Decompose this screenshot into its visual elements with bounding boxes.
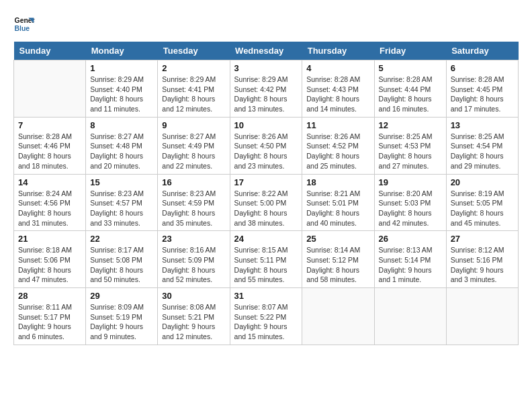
day-number: 24: [234, 234, 298, 244]
day-number: 20: [451, 177, 514, 187]
day-number: 14: [18, 177, 81, 187]
calendar-cell: 13Sunrise: 8:25 AM Sunset: 4:54 PM Dayli…: [446, 117, 518, 174]
day-number: 27: [451, 234, 514, 244]
day-number: 17: [234, 177, 298, 187]
calendar-cell: 20Sunrise: 8:19 AM Sunset: 5:05 PM Dayli…: [446, 174, 518, 231]
calendar-week-row: 21Sunrise: 8:18 AM Sunset: 5:06 PM Dayli…: [14, 231, 519, 288]
day-info: Sunrise: 8:26 AM Sunset: 4:50 PM Dayligh…: [234, 132, 298, 171]
day-info: Sunrise: 8:12 AM Sunset: 5:16 PM Dayligh…: [451, 245, 514, 285]
day-info: Sunrise: 8:19 AM Sunset: 5:05 PM Dayligh…: [451, 189, 514, 228]
calendar-header-thursday: Thursday: [302, 42, 374, 60]
calendar-week-row: 1Sunrise: 8:29 AM Sunset: 4:40 PM Daylig…: [14, 60, 519, 118]
calendar-cell: 17Sunrise: 8:22 AM Sunset: 5:00 PM Dayli…: [230, 174, 302, 231]
day-info: Sunrise: 8:23 AM Sunset: 4:57 PM Dayligh…: [90, 189, 153, 228]
day-info: Sunrise: 8:21 AM Sunset: 5:01 PM Dayligh…: [306, 189, 369, 228]
calendar-cell: 16Sunrise: 8:23 AM Sunset: 4:59 PM Dayli…: [158, 174, 230, 231]
calendar-cell: [14, 60, 86, 118]
calendar-cell: 19Sunrise: 8:20 AM Sunset: 5:03 PM Dayli…: [374, 174, 446, 231]
day-info: Sunrise: 8:15 AM Sunset: 5:11 PM Dayligh…: [234, 245, 298, 285]
calendar-cell: 21Sunrise: 8:18 AM Sunset: 5:06 PM Dayli…: [14, 231, 86, 288]
day-info: Sunrise: 8:09 AM Sunset: 5:19 PM Dayligh…: [90, 302, 153, 342]
calendar-cell: [446, 288, 518, 345]
calendar-cell: 12Sunrise: 8:25 AM Sunset: 4:53 PM Dayli…: [374, 117, 446, 174]
day-info: Sunrise: 8:29 AM Sunset: 4:40 PM Dayligh…: [90, 75, 153, 114]
day-info: Sunrise: 8:29 AM Sunset: 4:41 PM Dayligh…: [162, 75, 225, 114]
day-number: 22: [90, 234, 153, 244]
calendar-cell: 23Sunrise: 8:16 AM Sunset: 5:09 PM Dayli…: [158, 231, 230, 288]
day-info: Sunrise: 8:17 AM Sunset: 5:08 PM Dayligh…: [90, 245, 153, 285]
calendar-cell: 25Sunrise: 8:14 AM Sunset: 5:12 PM Dayli…: [302, 231, 374, 288]
calendar-header-wednesday: Wednesday: [230, 42, 302, 60]
calendar-cell: 4Sunrise: 8:28 AM Sunset: 4:43 PM Daylig…: [302, 60, 374, 118]
day-number: 18: [306, 177, 369, 187]
day-number: 8: [90, 120, 153, 130]
calendar-cell: 2Sunrise: 8:29 AM Sunset: 4:41 PM Daylig…: [158, 60, 230, 118]
day-info: Sunrise: 8:27 AM Sunset: 4:49 PM Dayligh…: [162, 132, 225, 171]
day-info: Sunrise: 8:13 AM Sunset: 5:14 PM Dayligh…: [379, 245, 442, 285]
day-number: 4: [306, 63, 369, 73]
day-info: Sunrise: 8:25 AM Sunset: 4:53 PM Dayligh…: [379, 132, 442, 171]
day-info: Sunrise: 8:23 AM Sunset: 4:59 PM Dayligh…: [162, 189, 225, 228]
day-number: 2: [162, 63, 225, 73]
day-info: Sunrise: 8:25 AM Sunset: 4:54 PM Dayligh…: [451, 132, 514, 171]
day-info: Sunrise: 8:28 AM Sunset: 4:45 PM Dayligh…: [451, 75, 514, 114]
day-number: 10: [234, 120, 298, 130]
day-number: 31: [234, 291, 298, 301]
calendar-cell: 6Sunrise: 8:28 AM Sunset: 4:45 PM Daylig…: [446, 60, 518, 118]
calendar-header-monday: Monday: [86, 42, 158, 60]
day-info: Sunrise: 8:11 AM Sunset: 5:17 PM Dayligh…: [18, 302, 81, 342]
calendar-cell: 15Sunrise: 8:23 AM Sunset: 4:57 PM Dayli…: [86, 174, 158, 231]
day-info: Sunrise: 8:27 AM Sunset: 4:48 PM Dayligh…: [90, 132, 153, 171]
day-number: 15: [90, 177, 153, 187]
day-info: Sunrise: 8:28 AM Sunset: 4:46 PM Dayligh…: [18, 132, 81, 171]
calendar-cell: 5Sunrise: 8:28 AM Sunset: 4:44 PM Daylig…: [374, 60, 446, 118]
day-info: Sunrise: 8:18 AM Sunset: 5:06 PM Dayligh…: [18, 245, 81, 285]
calendar-header-tuesday: Tuesday: [158, 42, 230, 60]
calendar-cell: 29Sunrise: 8:09 AM Sunset: 5:19 PM Dayli…: [86, 288, 158, 345]
calendar-cell: 26Sunrise: 8:13 AM Sunset: 5:14 PM Dayli…: [374, 231, 446, 288]
day-info: Sunrise: 8:28 AM Sunset: 4:44 PM Dayligh…: [379, 75, 442, 114]
calendar-header-sunday: Sunday: [14, 42, 86, 60]
header: General Blue: [13, 13, 519, 35]
day-number: 28: [18, 291, 81, 301]
calendar-cell: 22Sunrise: 8:17 AM Sunset: 5:08 PM Dayli…: [86, 231, 158, 288]
calendar-cell: 31Sunrise: 8:07 AM Sunset: 5:22 PM Dayli…: [230, 288, 302, 345]
day-info: Sunrise: 8:29 AM Sunset: 4:42 PM Dayligh…: [234, 75, 298, 114]
calendar-cell: 24Sunrise: 8:15 AM Sunset: 5:11 PM Dayli…: [230, 231, 302, 288]
calendar-cell: [374, 288, 446, 345]
calendar-cell: 18Sunrise: 8:21 AM Sunset: 5:01 PM Dayli…: [302, 174, 374, 231]
day-number: 6: [451, 63, 514, 73]
calendar-header-friday: Friday: [374, 42, 446, 60]
calendar-cell: 7Sunrise: 8:28 AM Sunset: 4:46 PM Daylig…: [14, 117, 86, 174]
calendar-cell: 11Sunrise: 8:26 AM Sunset: 4:52 PM Dayli…: [302, 117, 374, 174]
calendar-cell: 30Sunrise: 8:08 AM Sunset: 5:21 PM Dayli…: [158, 288, 230, 345]
calendar-week-row: 28Sunrise: 8:11 AM Sunset: 5:17 PM Dayli…: [14, 288, 519, 345]
day-number: 30: [162, 291, 225, 301]
day-number: 26: [379, 234, 442, 244]
day-number: 23: [162, 234, 225, 244]
day-number: 19: [379, 177, 442, 187]
day-number: 16: [162, 177, 225, 187]
calendar-week-row: 7Sunrise: 8:28 AM Sunset: 4:46 PM Daylig…: [14, 117, 519, 174]
calendar-cell: [302, 288, 374, 345]
day-number: 3: [234, 63, 298, 73]
day-info: Sunrise: 8:16 AM Sunset: 5:09 PM Dayligh…: [162, 245, 225, 285]
day-info: Sunrise: 8:08 AM Sunset: 5:21 PM Dayligh…: [162, 302, 225, 342]
day-info: Sunrise: 8:28 AM Sunset: 4:43 PM Dayligh…: [306, 75, 369, 114]
day-number: 13: [451, 120, 514, 130]
calendar-cell: 3Sunrise: 8:29 AM Sunset: 4:42 PM Daylig…: [230, 60, 302, 118]
day-number: 29: [90, 291, 153, 301]
calendar-cell: 27Sunrise: 8:12 AM Sunset: 5:16 PM Dayli…: [446, 231, 518, 288]
day-info: Sunrise: 8:07 AM Sunset: 5:22 PM Dayligh…: [234, 302, 298, 342]
day-number: 21: [18, 234, 81, 244]
day-number: 5: [379, 63, 442, 73]
day-number: 12: [379, 120, 442, 130]
calendar-cell: 8Sunrise: 8:27 AM Sunset: 4:48 PM Daylig…: [86, 117, 158, 174]
calendar-week-row: 14Sunrise: 8:24 AM Sunset: 4:56 PM Dayli…: [14, 174, 519, 231]
calendar-cell: 28Sunrise: 8:11 AM Sunset: 5:17 PM Dayli…: [14, 288, 86, 345]
day-number: 11: [306, 120, 369, 130]
day-number: 25: [306, 234, 369, 244]
svg-text:Blue: Blue: [15, 25, 30, 32]
calendar-cell: 10Sunrise: 8:26 AM Sunset: 4:50 PM Dayli…: [230, 117, 302, 174]
day-info: Sunrise: 8:22 AM Sunset: 5:00 PM Dayligh…: [234, 189, 298, 228]
